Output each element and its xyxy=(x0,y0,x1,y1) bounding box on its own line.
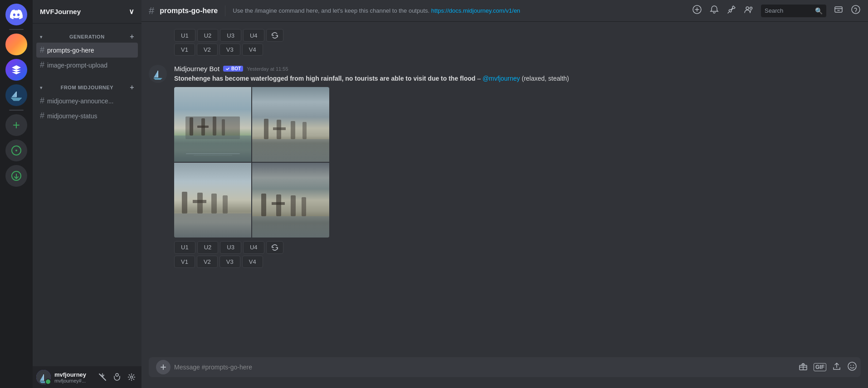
u1-button-bottom[interactable]: U1 xyxy=(174,241,195,254)
add-channel-icon[interactable]: + xyxy=(130,33,134,41)
channel-item-announce[interactable]: # midjourney-announce... xyxy=(36,93,138,108)
explore-button[interactable] xyxy=(5,140,27,161)
hash-icon-upload: # xyxy=(40,60,44,70)
stonehenge-image-3[interactable] xyxy=(174,163,251,238)
bot-avatar-inner xyxy=(149,65,167,83)
channel-name-upload: image-prompt-upload xyxy=(47,62,134,69)
v1-button-bottom[interactable]: V1 xyxy=(174,256,195,268)
refresh-button-bottom[interactable] xyxy=(266,241,283,254)
svg-point-8 xyxy=(746,7,749,10)
channel-header: # prompts-go-here Use the /imagine comma… xyxy=(141,0,868,22)
u1-button-top[interactable]: U1 xyxy=(174,29,195,42)
header-icons: Search 🔍 xyxy=(692,5,861,17)
server-header[interactable]: MVFJourney ∨ xyxy=(33,0,141,24)
user-info: mvfjourney mvfjourney#... xyxy=(54,371,93,383)
help-icon[interactable] xyxy=(851,5,861,17)
stonehenge-image-4[interactable] xyxy=(252,163,329,238)
server-dropdown-icon: ∨ xyxy=(129,7,134,16)
mute-button[interactable] xyxy=(96,371,109,383)
stonehenge-image-2[interactable] xyxy=(252,87,329,162)
message-input-box[interactable]: GIF xyxy=(149,357,861,377)
u2-button-bottom[interactable]: U2 xyxy=(197,241,219,254)
v2-button-top[interactable]: V2 xyxy=(197,44,218,56)
from-midjourney-label: FROM MIDJOURNEY xyxy=(61,85,113,90)
deafen-button[interactable] xyxy=(111,371,123,383)
discord-home-button[interactable] xyxy=(5,4,27,25)
input-right-icons: GIF xyxy=(796,361,859,373)
v4-button-bottom[interactable]: V4 xyxy=(242,256,263,268)
category-chevron: ▾ xyxy=(40,34,43,39)
search-placeholder: Search xyxy=(765,7,812,14)
svg-point-5 xyxy=(116,373,118,376)
members-icon[interactable] xyxy=(744,5,754,17)
v1-button-top[interactable]: V1 xyxy=(174,44,195,56)
generation-section: ▾ GENERATION + # prompts-go-here 👤 ⚙ # i… xyxy=(33,24,141,74)
channel-item-prompts[interactable]: # prompts-go-here 👤 ⚙ xyxy=(36,43,138,58)
add-server-button[interactable]: + xyxy=(5,114,27,136)
attach-button[interactable] xyxy=(156,360,171,374)
v3-button-bottom[interactable]: V3 xyxy=(219,256,240,268)
hash-icon-status: # xyxy=(40,111,44,121)
server-icon-gradient[interactable] xyxy=(5,34,27,55)
message-group-stonehenge: Midjourney Bot BOT Yesterday at 11:55 St… xyxy=(149,63,861,270)
channel-item-status[interactable]: # midjourney-status xyxy=(36,108,138,123)
category-actions: + xyxy=(130,33,134,41)
user-settings-button[interactable] xyxy=(125,371,138,383)
from-midjourney-section: ▾ FROM MIDJOURNEY + # midjourney-announc… xyxy=(33,74,141,125)
svg-point-12 xyxy=(855,11,856,12)
gift-icon[interactable] xyxy=(798,361,808,373)
channel-name-prompts: prompts-go-here xyxy=(47,47,134,54)
stonehenge-image-grid[interactable] xyxy=(174,87,329,238)
u3-button-bottom[interactable]: U3 xyxy=(220,241,241,254)
from-midjourney-category[interactable]: ▾ FROM MIDJOURNEY + xyxy=(36,82,138,93)
v2-button-bottom[interactable]: V2 xyxy=(197,256,218,268)
u4-button-bottom[interactable]: U4 xyxy=(243,241,264,254)
header-description: Use the /imagine command here, and let's… xyxy=(233,7,687,14)
server-icon-boat[interactable] xyxy=(5,84,27,106)
message-bold-text: Stonehenge has become waterlogged from h… xyxy=(174,75,475,82)
bell-icon[interactable] xyxy=(709,5,719,17)
channel-sidebar: MVFJourney ∨ ▾ GENERATION + # prompts-go… xyxy=(33,0,141,388)
u4-button-top[interactable]: U4 xyxy=(243,29,264,42)
user-avatar[interactable] xyxy=(36,370,51,384)
from-mj-chevron: ▾ xyxy=(40,85,43,90)
user-controls xyxy=(96,371,138,383)
v4-button-top[interactable]: V4 xyxy=(242,44,263,56)
variation-buttons-top: V1 V2 V3 V4 xyxy=(174,44,861,56)
message-input[interactable] xyxy=(174,364,793,371)
channel-item-image-upload[interactable]: # image-prompt-upload xyxy=(36,58,138,73)
svg-point-17 xyxy=(848,362,856,370)
previous-message-buttons: U1 U2 U3 U4 V1 V2 V3 V4 xyxy=(149,29,861,56)
from-mj-actions: + xyxy=(130,83,134,92)
server-name: MVFJourney xyxy=(40,8,81,15)
search-box[interactable]: Search 🔍 xyxy=(761,5,826,17)
hash-icon-header[interactable] xyxy=(692,5,702,17)
inbox-icon[interactable] xyxy=(834,5,844,17)
svg-rect-0 xyxy=(16,92,17,97)
generation-category[interactable]: ▾ GENERATION + xyxy=(36,31,138,43)
refresh-button-top[interactable] xyxy=(266,29,283,42)
main-content: # prompts-go-here Use the /imagine comma… xyxy=(141,0,868,388)
server-icon-purple[interactable] xyxy=(5,59,27,81)
server-divider-2 xyxy=(9,110,24,111)
add-mj-channel-icon[interactable]: + xyxy=(130,83,134,92)
generation-label: GENERATION xyxy=(69,34,105,39)
svg-rect-10 xyxy=(835,7,842,12)
stonehenge-image-1[interactable] xyxy=(174,87,251,162)
variation-buttons-bottom: V1 V2 V3 V4 xyxy=(174,256,861,268)
svg-point-6 xyxy=(131,376,133,378)
message-body: Midjourney Bot BOT Yesterday at 11:55 St… xyxy=(174,65,861,268)
header-divider xyxy=(225,5,225,16)
header-link[interactable]: https://docs.midjourney.com/v1/en xyxy=(431,7,520,14)
pin-icon[interactable] xyxy=(727,5,736,17)
u2-button-top[interactable]: U2 xyxy=(197,29,219,42)
messages-area[interactable]: U1 U2 U3 U4 V1 V2 V3 V4 xyxy=(141,22,868,357)
u3-button-top[interactable]: U3 xyxy=(220,29,241,42)
v3-button-top[interactable]: V3 xyxy=(219,44,240,56)
upload-icon[interactable] xyxy=(832,361,842,373)
header-channel-name: prompts-go-here xyxy=(160,7,218,15)
gif-icon[interactable]: GIF xyxy=(814,363,826,371)
channel-name-announce: midjourney-announce... xyxy=(47,97,134,105)
download-button[interactable] xyxy=(5,165,27,187)
emoji-icon[interactable] xyxy=(847,361,857,373)
